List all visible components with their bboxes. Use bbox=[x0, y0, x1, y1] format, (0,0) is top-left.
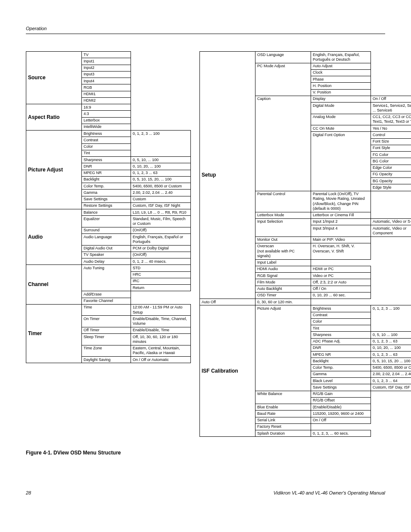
table-cell: TV Speaker bbox=[82, 252, 131, 258]
table-cell: Brightness bbox=[82, 131, 131, 137]
table-cell: 0, 5, 10, ... 100 bbox=[131, 157, 191, 163]
table-cell: Edge Color bbox=[371, 165, 411, 171]
table-cell: English, Français, Español, Português or… bbox=[311, 52, 371, 63]
table-cell: R/G/B Offset bbox=[311, 397, 371, 404]
table-cell: Input 3/Input 4 bbox=[311, 225, 371, 237]
table-cell: Auto Backlight bbox=[255, 286, 311, 292]
table-cell: 5400, 6500, 8500 or Custom bbox=[131, 183, 191, 190]
table-cell: RGB Signal bbox=[255, 273, 311, 279]
table-cell: MPEG NR bbox=[82, 170, 131, 176]
table-cell: Analog Mode bbox=[311, 114, 371, 125]
figure-caption: Figure 4-1. DView OSD Menu Structure bbox=[26, 450, 385, 456]
table-cell: Video or PC bbox=[311, 273, 371, 279]
table-cell: 0, 5, 10, 15, 20, ... 100 bbox=[131, 176, 191, 183]
page-number: 28 bbox=[26, 490, 31, 495]
table-cell: Input3 bbox=[82, 71, 131, 78]
table-cell: Daylight Saving bbox=[82, 357, 131, 363]
table-cell: IntelliWide bbox=[82, 124, 131, 130]
table-cell: CC On Mute bbox=[311, 125, 371, 132]
table-cell: BG Opacity bbox=[371, 178, 411, 184]
table-cell: Time Zone bbox=[82, 345, 131, 357]
table-cell: Eastern, Central, Mountain, Pacific, Ala… bbox=[131, 345, 191, 357]
table-cell: Audio Language bbox=[82, 234, 131, 246]
table-cell: 0, 10, 20, ... 100 bbox=[371, 345, 411, 351]
setup-label: Setup bbox=[200, 52, 255, 299]
table-cell: TV bbox=[82, 52, 131, 58]
table-cell: Backlight bbox=[82, 176, 131, 183]
table-cell: Auto Off bbox=[200, 299, 255, 305]
table-cell: Save Settings bbox=[82, 196, 131, 202]
table-cell: 0, 10, 20 ... 60 sec. bbox=[311, 292, 371, 299]
table-cell: Font Size bbox=[371, 138, 411, 145]
table-cell: On / Off bbox=[371, 96, 411, 102]
table-cell: Custom bbox=[131, 196, 191, 202]
left-menu-table: SourceTV Input1 Input2 Input3 Input4 RGB… bbox=[26, 51, 191, 363]
header-rule bbox=[26, 34, 385, 34]
table-cell: Off / On bbox=[311, 286, 371, 292]
table-cell: Surround bbox=[82, 227, 131, 233]
table-cell: Main or PIP: Video bbox=[311, 236, 371, 243]
table-cell: 2.00, 2.02, 2.04 ... 2.40 bbox=[371, 371, 411, 377]
table-cell: Input Selection bbox=[255, 218, 311, 236]
table-cell: Yes / No bbox=[371, 125, 411, 132]
table-cell: Factory Reset bbox=[255, 423, 311, 430]
table-cell: FG Opacity bbox=[371, 171, 411, 177]
table-cell: Caption bbox=[255, 96, 311, 191]
table-cell: 115200, 19200, 9600 or 2400 bbox=[311, 411, 371, 417]
table-cell: Enable/Disable, Time bbox=[131, 327, 191, 333]
table-cell: 0, 1, 2 ... 40 msecs. bbox=[131, 258, 191, 265]
table-cell: Off, 2:3, 2:2 or Auto bbox=[311, 279, 371, 286]
table-cell: Audio Delay bbox=[82, 258, 131, 265]
table-cell: Font Style bbox=[371, 145, 411, 151]
table-cell: HDMI or PC bbox=[311, 266, 371, 272]
table-cell: Film Mode bbox=[255, 279, 311, 286]
table-cell: Favorite Channel bbox=[82, 298, 131, 304]
table-cell: Contrast bbox=[82, 137, 131, 143]
table-cell: 0, 1, 2, 3, ... 60 secs. bbox=[311, 430, 371, 437]
table-cell: Gamma bbox=[82, 190, 131, 196]
table-cell: Sleep Timer bbox=[82, 334, 131, 345]
table-cell: Edge Style bbox=[371, 184, 411, 191]
table-cell: White Balance bbox=[255, 391, 311, 404]
table-cell: Automatic, Video or Component bbox=[371, 225, 411, 237]
table-cell: Letterbox Mode bbox=[255, 212, 311, 218]
table-cell: FG Color bbox=[371, 152, 411, 158]
table-cell: Automatic, Video or S-Video bbox=[371, 218, 411, 225]
table-cell: 0, 5, 10, 15, 20 ... 100 bbox=[371, 358, 411, 364]
table-cell: English, Français, Español or Português bbox=[131, 234, 191, 246]
table-cell: Auto Tuning bbox=[82, 265, 131, 291]
table-cell: Contrast bbox=[311, 312, 371, 318]
manual-title: Vidikron VL-40 and VL-46 Owner's Operati… bbox=[274, 490, 385, 495]
table-cell: 12:00 AM - 11:59 PM or Auto Setup bbox=[131, 304, 191, 316]
table-cell: On Timer bbox=[82, 316, 131, 327]
table-cell: 0, 10, 20, ... 100 bbox=[131, 163, 191, 170]
table-cell: Save Settings bbox=[311, 384, 371, 391]
table-cell: Custom, ISF Day, ISF Night bbox=[371, 384, 411, 391]
table-cell: Restore Settings bbox=[82, 202, 131, 209]
table-cell: Picture Adjust bbox=[255, 305, 311, 391]
table-cell: 0, 1, 2, 3 ... 100 bbox=[371, 305, 411, 332]
table-cell: Input2 bbox=[82, 65, 131, 71]
table-cell: Tint bbox=[311, 325, 371, 332]
table-cell: Enable/Disable, Time, Channel, Volume bbox=[131, 316, 191, 327]
table-cell: 16:9 bbox=[82, 104, 131, 111]
source-label: Source bbox=[26, 52, 82, 104]
table-cell: 0, 1, 2, 3 ... 63 bbox=[131, 170, 191, 176]
table-cell: Control bbox=[371, 132, 411, 138]
table-cell: On / Off or Automatic bbox=[131, 357, 191, 363]
table-cell: OSD Language bbox=[255, 52, 311, 63]
table-cell: 4:3 bbox=[82, 111, 131, 117]
table-cell: Tint bbox=[82, 150, 131, 156]
table-cell: Input Label bbox=[255, 259, 311, 266]
table-cell: 0, 1, 2, 3 ... 100 bbox=[131, 131, 191, 157]
table-cell: STD bbox=[131, 265, 191, 271]
audio-label: Audio bbox=[26, 209, 82, 265]
table-cell: (On/Off) bbox=[131, 227, 191, 233]
table-cell: HDMI1 bbox=[82, 91, 131, 97]
table-cell: 0, 5, 10 ... 100 bbox=[371, 332, 411, 338]
table-cell: Digital Mode bbox=[311, 103, 371, 114]
table-cell: H. Overscan, H. Shift, V. Overscan, V. S… bbox=[311, 243, 371, 259]
table-cell: Serial Link bbox=[255, 417, 311, 423]
table-cell: MPEG NR bbox=[311, 352, 371, 358]
table-cell: Service1, Service2, Service3 ... Service… bbox=[371, 103, 411, 114]
